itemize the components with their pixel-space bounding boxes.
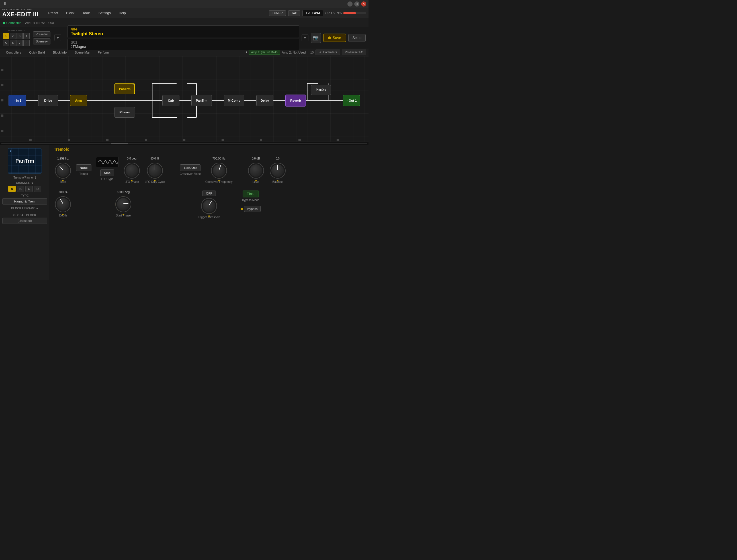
lfo-phase-knob[interactable] xyxy=(123,162,140,179)
scene-btn-8[interactable]: 8 xyxy=(23,40,30,46)
preset-name: Twilight Stereo xyxy=(71,31,296,36)
block-amp[interactable]: Amp xyxy=(70,95,87,106)
level-knob[interactable] xyxy=(248,162,265,179)
scene-btn-3[interactable]: 3 xyxy=(17,33,23,39)
xover-slope-selector[interactable]: 6 dB/Oct xyxy=(180,164,200,171)
tab-scene-mgr[interactable]: Scene Mgr xyxy=(71,50,93,55)
channel-btn-d[interactable]: D xyxy=(34,186,41,192)
per-preset-fc-btn[interactable]: Per-Preset FC xyxy=(342,50,366,55)
preset-expand-btn[interactable]: ▼ xyxy=(302,34,309,41)
bypass-button[interactable]: Bypass xyxy=(244,206,261,212)
library-dropdown-icon[interactable]: ▼ xyxy=(36,207,38,210)
save-button[interactable]: Save xyxy=(323,34,346,42)
global-label: GLOBAL BLOCK xyxy=(13,214,36,217)
menu-tools[interactable]: Tools xyxy=(79,10,95,16)
block-reverb[interactable]: Reverb xyxy=(285,95,306,107)
camera-button[interactable]: 📷 xyxy=(311,33,321,43)
depth-knob[interactable] xyxy=(54,196,72,213)
bypass-mode-group: Thru Bypass Mode Bypass xyxy=(241,191,261,212)
grid-scrollbar[interactable] xyxy=(0,142,368,144)
channel-btn-a[interactable]: A xyxy=(8,186,16,192)
cpu-bar-fill xyxy=(344,12,356,14)
tuner-button[interactable]: TUNER xyxy=(269,10,286,16)
channel-row: A B C D xyxy=(8,186,41,192)
bottom-panel: ▼ PanTrm Tremolo/Panner 1 CHANNEL ▼ A B … xyxy=(0,145,368,280)
depth-group: 80.0 % Depth xyxy=(54,191,72,217)
block-mcomp[interactable]: M-Comp xyxy=(224,95,244,106)
block-phaser[interactable]: Phaser xyxy=(115,107,135,118)
menu-settings[interactable]: Settings xyxy=(95,10,115,16)
library-section: BLOCK LIBRARY ▼ xyxy=(2,207,47,211)
preset-arrow-down: ▼ xyxy=(302,34,309,41)
lfo-type-selector[interactable]: Sine xyxy=(100,169,114,176)
logo-area: FRACTAL AUDIO SYSTEMS AXE-EDIT III xyxy=(2,9,39,18)
bottom-marker xyxy=(299,139,301,141)
scene-btn-6[interactable]: 6 xyxy=(10,40,16,46)
lfo-duty-knob[interactable] xyxy=(146,162,164,179)
scene-btn-7[interactable]: 7 xyxy=(17,40,23,46)
maximize-button[interactable]: □ xyxy=(354,1,360,7)
channel-btn-c[interactable]: C xyxy=(25,186,33,192)
menu-preset[interactable]: Preset xyxy=(44,10,62,16)
scroll-thumb[interactable] xyxy=(111,143,128,144)
pause-icon[interactable]: ⏸ xyxy=(3,1,7,6)
scenes-dropdown[interactable]: Scenes▾ xyxy=(33,38,50,44)
block-cab[interactable]: Cab xyxy=(162,95,179,106)
tab-block-info[interactable]: Block Info xyxy=(49,50,70,55)
lfo-duty-dot xyxy=(154,180,156,181)
minimize-button[interactable]: — xyxy=(348,1,353,7)
tap-button[interactable]: TAP xyxy=(288,10,301,16)
start-phase-knob[interactable] xyxy=(115,196,132,213)
trigger-knob[interactable] xyxy=(201,197,218,214)
tab-controllers[interactable]: Controllers xyxy=(2,50,25,55)
block-out1[interactable]: → Out 1 xyxy=(343,95,360,106)
bottom-marker xyxy=(260,139,262,141)
preset-scenes-dropdowns: Presets▾ Scenes▾ xyxy=(33,31,50,44)
tempo-spacer2: None xyxy=(76,164,91,171)
scene-btn-1[interactable]: 1 xyxy=(3,33,9,39)
block-delay[interactable]: Delay xyxy=(256,95,274,106)
channel-btn-b[interactable]: B xyxy=(17,186,24,192)
setup-button[interactable]: Setup xyxy=(348,34,366,42)
block-pantrm-top[interactable]: I PanTrm 0 xyxy=(115,83,135,94)
fc-controllers-btn[interactable]: FC Controllers xyxy=(316,50,340,55)
lfo-type-group: Sine LFO Type xyxy=(96,157,119,181)
xover-freq-knob[interactable] xyxy=(211,162,228,179)
preset-prev-btn[interactable]: ▶ xyxy=(54,34,61,41)
bypass-mode-label: Bypass Mode xyxy=(242,199,260,202)
waveform-display xyxy=(96,157,119,167)
xover-freq-indicator xyxy=(219,165,221,170)
type-value[interactable]: Harmonic Trem xyxy=(2,198,47,205)
balance-knob[interactable] xyxy=(269,162,286,179)
bypass-dot xyxy=(241,208,243,210)
lfo-duty-value: 50.0 % xyxy=(150,157,159,161)
xover-slope-group: 6 dB/Oct Crossover Slope xyxy=(180,157,201,175)
rate-knob[interactable] xyxy=(54,162,72,179)
scene-btn-2[interactable]: 2 xyxy=(10,33,16,39)
tab-quick-build[interactable]: Quick Build xyxy=(25,50,49,55)
block-drive[interactable]: Drive xyxy=(38,95,58,106)
global-value[interactable]: (Unlinked) xyxy=(2,218,47,224)
thru-badge: Thru xyxy=(243,191,259,197)
preview-arrow: ▼ xyxy=(9,150,12,153)
menu-help[interactable]: Help xyxy=(115,10,130,16)
waveform-svg xyxy=(97,158,118,166)
close-button[interactable]: ✕ xyxy=(361,1,366,7)
scene-btn-4[interactable]: 4 xyxy=(23,33,30,39)
edge-marker xyxy=(1,130,3,132)
tempo-group: None Tempo xyxy=(76,157,91,175)
main-panel: Tremolo 1.259 Hz xyxy=(50,145,368,280)
block-in1[interactable]: → In 1 xyxy=(9,95,26,106)
channel-dropdown-icon[interactable]: ▼ xyxy=(31,182,34,185)
block-pantrm2[interactable]: PanTrm xyxy=(191,95,212,106)
presets-dropdown[interactable]: Presets▾ xyxy=(33,31,50,37)
tempo-selector[interactable]: None xyxy=(76,164,91,171)
block-plexdly[interactable]: PlexDly xyxy=(311,85,331,95)
menu-block[interactable]: Block xyxy=(62,10,78,16)
scene-btn-5[interactable]: 5 xyxy=(3,40,9,46)
start-phase-inner xyxy=(117,198,130,210)
rate-indicator xyxy=(60,166,63,170)
amp-num: 10 xyxy=(310,51,314,54)
tab-perform[interactable]: Perform xyxy=(94,50,113,55)
save-dot xyxy=(328,36,331,39)
